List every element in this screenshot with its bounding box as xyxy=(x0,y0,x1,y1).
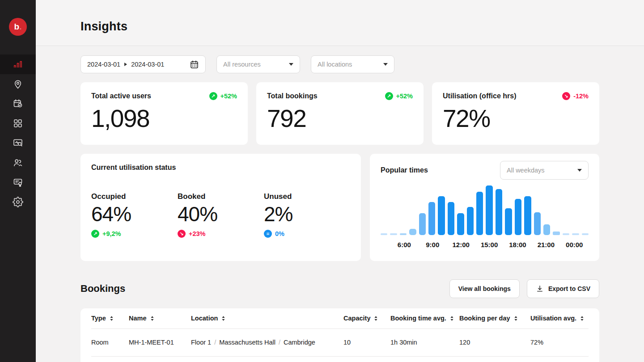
column-header-booking-per-day[interactable]: Booking per day xyxy=(459,308,530,328)
chart-tick-label: 18:00 xyxy=(509,241,526,248)
page-title: Insights xyxy=(80,20,644,34)
view-all-bookings-button[interactable]: View all bookings xyxy=(449,279,520,298)
column-header-location[interactable]: Location xyxy=(191,308,343,328)
middle-row: Current utilisation status Occupied 64% … xyxy=(80,154,599,261)
date-range-picker[interactable]: 2024-03-01 2024-03-01 xyxy=(80,55,206,73)
table-cell: Floor 1/Massachusetts Hall/Cambridge xyxy=(191,328,343,356)
chart-tick-label: 15:00 xyxy=(481,241,498,248)
trend-down-icon: ↘ xyxy=(178,230,186,238)
column-header-booking-time-avg[interactable]: Booking time avg. xyxy=(390,308,459,328)
trend-down-icon: ↘ xyxy=(562,92,570,100)
stat-card-utilisation: Utilisation (office hrs) ↘ -12% 72% xyxy=(432,82,599,145)
chart-bar xyxy=(457,213,464,235)
sort-icon[interactable] xyxy=(109,316,114,321)
weekday-select[interactable]: All weekdays xyxy=(500,161,589,180)
sidebar-item-schedule[interactable] xyxy=(0,94,36,114)
map-pin-icon xyxy=(13,79,23,89)
util-stat-unused: Unused 2% = 0% xyxy=(264,192,350,238)
locations-select[interactable]: All locations xyxy=(311,55,394,73)
sidebar-item-licenses[interactable] xyxy=(0,173,36,192)
column-header-capacity[interactable]: Capacity xyxy=(343,308,390,328)
sidebar: b. xyxy=(0,0,36,362)
table-cell: 72% xyxy=(530,328,589,356)
locations-select-value: All locations xyxy=(318,61,352,68)
popular-times-bars xyxy=(381,185,589,235)
date-arrow-icon xyxy=(124,63,127,66)
export-csv-button[interactable]: Export to CSV xyxy=(527,279,599,298)
people-icon xyxy=(13,157,23,168)
bookings-table-card: TypeNameLocationCapacityBooking time avg… xyxy=(80,308,599,362)
chart-bar xyxy=(515,199,521,235)
location-separator: / xyxy=(211,339,219,346)
sidebar-item-users[interactable] xyxy=(0,153,36,173)
date-from: 2024-03-01 xyxy=(87,61,120,68)
calendar-check-icon xyxy=(13,98,23,109)
column-header-utilisation-avg[interactable]: Utilisation avg. xyxy=(530,308,589,328)
trend-up-icon: ↗ xyxy=(209,92,217,100)
sort-icon[interactable] xyxy=(513,316,518,321)
table-cell: MH-1-MEET-01 xyxy=(129,328,191,356)
sort-icon[interactable] xyxy=(221,316,226,321)
chevron-down-icon xyxy=(383,63,388,66)
download-icon xyxy=(536,285,544,293)
chart-bar xyxy=(505,208,512,235)
resources-select-value: All resources xyxy=(223,61,261,68)
stat-delta: ↘ -12% xyxy=(562,92,589,100)
sidebar-item-locations[interactable] xyxy=(0,74,36,94)
stat-value: 1,098 xyxy=(91,104,237,133)
calendar-icon xyxy=(190,60,199,69)
stat-delta: ↗ +52% xyxy=(209,92,237,100)
app-logo[interactable]: b. xyxy=(9,18,27,36)
chart-tick-label: 9:00 xyxy=(426,241,439,248)
bookings-table: TypeNameLocationCapacityBooking time avg… xyxy=(91,308,589,357)
table-row[interactable]: RoomMH-1-MEET-01Floor 1/Massachusetts Ha… xyxy=(91,328,589,356)
resources-select[interactable]: All resources xyxy=(216,55,300,73)
location-separator: / xyxy=(275,339,284,346)
table-cell: 10 xyxy=(343,328,390,356)
column-header-name[interactable]: Name xyxy=(129,308,191,328)
sidebar-item-resources[interactable] xyxy=(0,114,36,133)
chart-tick-label: 6:00 xyxy=(398,241,411,248)
sort-icon[interactable] xyxy=(580,316,585,321)
chart-bar xyxy=(428,202,435,235)
trend-flat-icon: = xyxy=(264,230,272,238)
chevron-down-icon xyxy=(577,169,582,172)
page-header: Insights xyxy=(36,0,644,46)
trend-up-icon: ↗ xyxy=(385,92,393,100)
stat-card-total-bookings: Total bookings ↗ +52% 792 xyxy=(256,82,424,145)
table-cell: 120 xyxy=(459,328,530,356)
chart-bar xyxy=(553,232,559,235)
chart-bar xyxy=(467,207,474,235)
sort-icon[interactable] xyxy=(449,316,454,321)
filters-row: 2024-03-01 2024-03-01 All resources All … xyxy=(80,55,599,73)
chart-bar xyxy=(543,224,550,235)
card-title: Current utilisation status xyxy=(91,164,350,172)
screen-search-icon xyxy=(13,138,23,148)
gear-icon xyxy=(13,197,23,207)
chart-bar xyxy=(476,192,483,235)
table-cell: Room xyxy=(91,328,129,356)
stat-label: Total bookings xyxy=(267,92,318,100)
sort-icon[interactable] xyxy=(150,316,155,321)
weekday-select-value: All weekdays xyxy=(507,167,545,174)
bookings-table-body: RoomMH-1-MEET-01Floor 1/Massachusetts Ha… xyxy=(91,328,589,356)
chart-bar xyxy=(409,229,416,235)
column-header-type[interactable]: Type xyxy=(91,308,129,328)
certificate-icon xyxy=(13,177,23,188)
sidebar-item-insights[interactable] xyxy=(0,55,36,74)
chart-tick-label: 21:00 xyxy=(538,241,555,248)
chart-bar xyxy=(438,196,445,235)
content: 2024-03-01 2024-03-01 All resources All … xyxy=(36,46,644,362)
stat-card-active-users: Total active users ↗ +52% 1,098 xyxy=(80,82,248,145)
chevron-down-icon xyxy=(289,63,293,66)
sidebar-item-monitoring[interactable] xyxy=(0,133,36,153)
main-area: Insights 2024-03-01 2024-03-01 All resou… xyxy=(36,0,644,362)
sidebar-item-settings[interactable] xyxy=(0,192,36,212)
grid-icon xyxy=(13,118,23,129)
chart-bar xyxy=(496,189,502,235)
chart-tick-label: 00:00 xyxy=(566,241,583,248)
table-cell: 1h 30min xyxy=(390,328,459,356)
sort-icon[interactable] xyxy=(373,316,378,321)
utilisation-status-card: Current utilisation status Occupied 64% … xyxy=(80,154,361,261)
util-stat-booked: Booked 40% ↘ +23% xyxy=(178,192,264,238)
